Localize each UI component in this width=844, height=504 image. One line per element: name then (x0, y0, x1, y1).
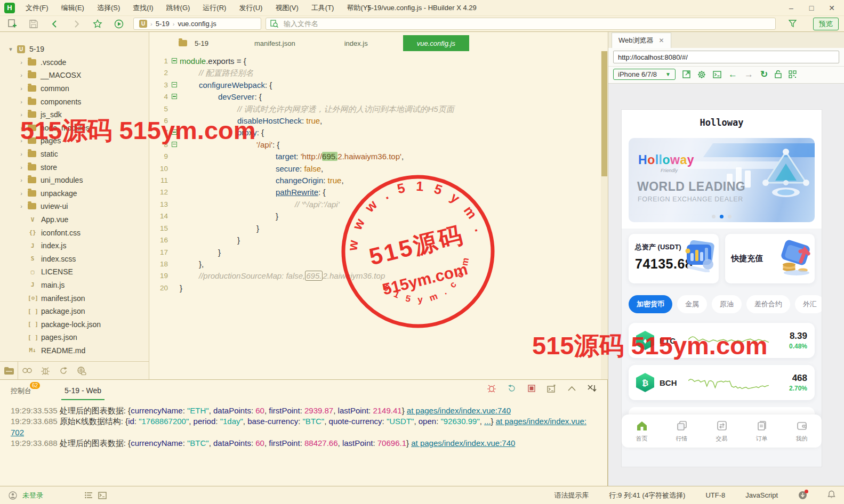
preview-button[interactable]: 预览 (813, 18, 839, 30)
code-line[interactable]: 6disableHostCheck: true, (150, 115, 608, 127)
debug-icon[interactable] (487, 384, 496, 393)
web-browser-tab[interactable]: Web浏览器 ✕ (612, 32, 671, 48)
terminal-status-icon[interactable] (98, 492, 107, 499)
tree-row-READMEmd[interactable]: M↓README.md (0, 344, 149, 357)
forward-icon[interactable] (69, 18, 83, 30)
fold-column[interactable] (171, 127, 180, 139)
chevron-right-icon[interactable]: › (17, 59, 26, 66)
status-item-0[interactable]: 语法提示库 (554, 491, 589, 500)
tree-row-packagejson[interactable]: [ ]package.json (0, 305, 149, 318)
tree-row-indexscss[interactable]: Sindex.scss (0, 253, 149, 266)
tree-row-__MACOSX[interactable]: ›__MACOSX (0, 69, 149, 82)
nav-item-首页[interactable]: 首页 (622, 414, 662, 448)
chevron-right-icon[interactable]: › (17, 125, 26, 131)
chevron-right-icon[interactable]: › (17, 72, 26, 78)
category-tab-外汇[interactable]: 外汇 (795, 295, 822, 313)
console-output[interactable]: 19:29:33.535 处理后的图表数据: {currencyName: "E… (0, 402, 600, 452)
terminal-icon[interactable] (547, 385, 556, 393)
coin-card-ETC[interactable]: ♦ETC8.390.48% (629, 323, 815, 358)
nav-back-icon[interactable]: ← (728, 69, 737, 80)
filter-icon[interactable] (785, 18, 799, 30)
tree-row-uview-ui[interactable]: ›uview-ui (0, 200, 149, 213)
fold-marker-icon[interactable] (172, 129, 177, 135)
menu-item[interactable]: 编辑(E) (56, 2, 90, 14)
nav-item-行情[interactable]: 行情 (662, 414, 702, 448)
code-line[interactable]: 18}, (150, 258, 608, 270)
status-item-3[interactable]: JavaScript (745, 491, 778, 499)
quick-recharge-card[interactable]: 快捷充值 (725, 234, 815, 283)
status-item-1[interactable]: 行:9 列:41 (4字符被选择) (609, 491, 685, 500)
chevron-right-icon[interactable]: › (17, 111, 26, 118)
fold-column[interactable] (171, 79, 180, 91)
console-label[interactable]: 控制台62 (11, 386, 31, 396)
bookmark-star-icon[interactable] (91, 18, 105, 30)
category-tab-原油[interactable]: 原油 (712, 295, 742, 313)
menu-item[interactable]: 工具(T) (306, 2, 340, 14)
menu-item[interactable]: 运行(R) (197, 2, 231, 14)
menu-item[interactable]: 视图(V) (270, 2, 303, 14)
login-status[interactable]: 未登录 (22, 491, 43, 500)
refresh-panel-icon[interactable] (54, 362, 73, 379)
close-tab-icon[interactable]: ✕ (659, 37, 664, 44)
carousel-dot[interactable] (720, 215, 724, 218)
category-tab-加密货币[interactable]: 加密货币 (629, 295, 672, 313)
carousel-dot[interactable] (728, 215, 732, 218)
tree-row-LICENSE[interactable]: ▢LICENSE (0, 265, 149, 279)
search-panel-icon[interactable] (18, 362, 36, 379)
qrcode-icon[interactable] (789, 70, 797, 78)
close-button[interactable]: ✕ (823, 2, 841, 14)
tree-row-components[interactable]: ›components (0, 95, 149, 108)
save-icon[interactable] (27, 18, 41, 30)
chevron-right-icon[interactable]: › (17, 137, 26, 144)
code-line[interactable]: 12pathRewrite: { (150, 186, 608, 198)
fold-marker-icon[interactable] (172, 58, 177, 63)
log-source-link[interactable]: at pages/index/index.vue:740 (411, 438, 515, 448)
devtools-console-icon[interactable] (713, 71, 721, 78)
category-tab-差价合约[interactable]: 差价合约 (746, 295, 790, 313)
restart-icon[interactable] (508, 384, 516, 393)
status-item-2[interactable]: UTF-8 (705, 491, 725, 499)
tree-row-common[interactable]: ›common (0, 82, 149, 95)
open-external-icon[interactable] (682, 70, 690, 78)
fold-column[interactable] (171, 139, 180, 151)
promo-banner[interactable]: Holloway Friendly WORLD LEADING FOREIGN … (629, 138, 815, 222)
settings-gear-icon[interactable] (697, 70, 706, 79)
files-panel-icon[interactable] (0, 362, 18, 379)
code-line[interactable]: 2// 配置路径别名 (150, 67, 608, 79)
unlock-icon[interactable] (775, 70, 782, 78)
log-source-link[interactable]: at pages/index/index.vue:740 (407, 406, 511, 415)
tree-row-pages[interactable]: ›pages (0, 134, 149, 148)
clear-icon[interactable] (588, 385, 597, 392)
code-line[interactable]: 13// '^/api':'/api' (150, 199, 608, 210)
code-line[interactable]: 4devServer: { (150, 91, 608, 103)
tree-project-row[interactable]: ▾U5-19 (0, 43, 149, 56)
code-line[interactable]: 7proxy: { (150, 127, 608, 139)
code-line[interactable]: 10secure: false, (150, 163, 608, 175)
chevron-right-icon[interactable]: › (17, 164, 26, 170)
chevron-right-icon[interactable]: › (17, 203, 26, 209)
carousel-dot[interactable] (712, 215, 716, 218)
coin-card-BCH[interactable]: ₿BCH4682.70% (629, 365, 815, 400)
update-icon[interactable] (798, 491, 807, 500)
tree-row-indexjs[interactable]: Jindex.js (0, 239, 149, 253)
fold-column[interactable] (171, 55, 180, 67)
tree-row-mainjs[interactable]: Jmain.js (0, 279, 149, 292)
run-icon[interactable] (112, 18, 126, 30)
chevron-right-icon[interactable]: › (17, 85, 26, 92)
code-line[interactable]: 8'/api': { (150, 139, 608, 151)
minimize-button[interactable]: – (782, 2, 800, 14)
back-icon[interactable] (48, 18, 62, 30)
stop-icon[interactable] (528, 385, 535, 392)
breadcrumb-project[interactable]: 5-19 (156, 20, 170, 28)
code-line[interactable]: 15} (150, 223, 608, 234)
debug-panel-icon[interactable] (36, 362, 54, 379)
console-tab-web[interactable]: 5-19 - Web (61, 382, 105, 400)
outline-list-icon[interactable] (85, 492, 93, 499)
editor-tab-index-js[interactable]: index.js (331, 35, 382, 51)
code-line[interactable]: 20} (150, 282, 608, 294)
editor-tab-vue-config-js[interactable]: vue.config.js (403, 35, 469, 51)
chevron-right-icon[interactable]: › (17, 177, 26, 183)
fold-marker-icon[interactable] (172, 142, 177, 147)
cloud-panel-icon[interactable] (73, 362, 91, 379)
tree-row-store[interactable]: ›store (0, 160, 149, 174)
